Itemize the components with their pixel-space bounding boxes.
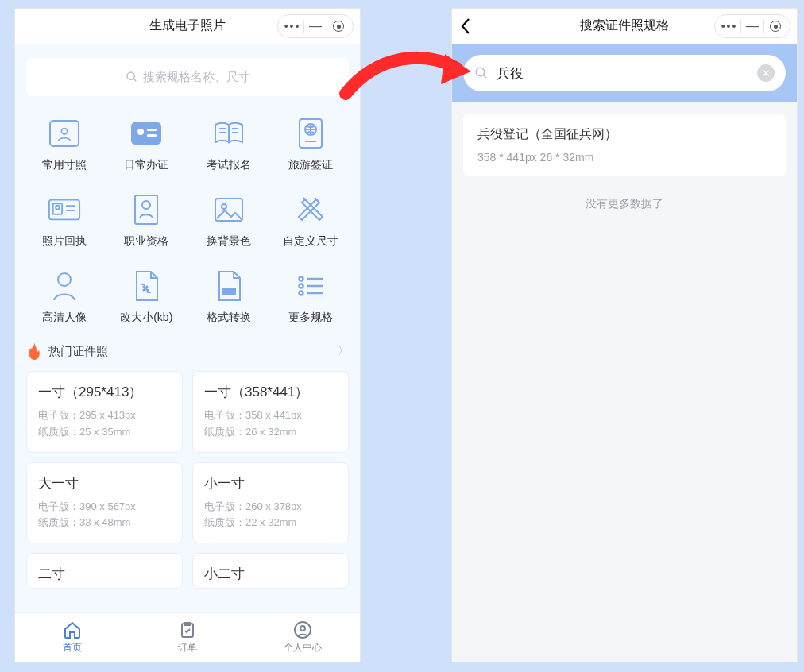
category-hd-portrait[interactable]: 高清人像	[26, 269, 102, 325]
portrait-icon	[48, 269, 81, 303]
home-icon	[63, 620, 82, 639]
nav-label: 订单	[178, 641, 197, 655]
category-common-sizes[interactable]: 常用寸照	[26, 117, 102, 172]
search-input[interactable]: 兵役 ✕	[463, 55, 786, 91]
passport-icon	[294, 117, 327, 150]
category-visa[interactable]: 旅游签证	[273, 117, 350, 172]
category-grid: 常用寸照 日常办证 考试报名 旅游签证	[26, 117, 349, 325]
search-input[interactable]: 搜索规格名称、尺寸	[26, 58, 349, 96]
svg-rect-6	[147, 134, 157, 137]
card-title: 小二寸	[204, 565, 337, 583]
card-line: 纸质版：22 x 32mm	[204, 515, 337, 531]
page-title: 生成电子照片	[149, 17, 226, 34]
category-label: 日常办证	[124, 158, 168, 172]
category-label: 旅游签证	[288, 158, 333, 172]
chevron-right-icon: 〉	[338, 344, 349, 358]
image-icon	[212, 193, 245, 226]
category-exam[interactable]: 考试报名	[191, 117, 267, 172]
close-target-button[interactable]	[764, 15, 787, 37]
spec-card[interactable]: 小一寸 电子版：260 x 378px 纸质版：22 x 32mm	[192, 462, 349, 544]
photo-card-icon	[48, 193, 81, 226]
category-profession[interactable]: 职业资格	[109, 193, 185, 249]
spec-card[interactable]: 一寸（295*413） 电子版：295 x 413px 纸质版：25 x 35m…	[26, 371, 183, 453]
category-label: 考试报名	[207, 158, 251, 172]
card-line: 纸质版：33 x 48mm	[38, 515, 171, 531]
category-format-convert[interactable]: JPG 格式转换	[191, 269, 267, 325]
search-placeholder: 搜索规格名称、尺寸	[143, 70, 250, 85]
search-icon	[474, 66, 489, 80]
nav-label: 个人中心	[284, 641, 322, 655]
app-window-search: 搜索证件照规格 ••• — 兵役 ✕ 兵役登记（全国征兵网） 358 * 441…	[451, 8, 798, 662]
category-custom-size[interactable]: 自定义尺寸	[273, 193, 350, 249]
svg-rect-3	[131, 122, 161, 145]
svg-point-25	[58, 273, 71, 286]
spec-card[interactable]: 二寸	[26, 553, 183, 589]
compress-icon	[129, 269, 163, 303]
book-icon	[212, 117, 245, 150]
category-label: 格式转换	[207, 311, 251, 325]
titlebar: 生成电子照片 ••• —	[15, 9, 360, 44]
back-button[interactable]	[460, 9, 471, 44]
svg-point-0	[127, 72, 134, 79]
search-results: 兵役登记（全国征兵网） 358 * 441px 26 * 32mm 没有更多数据…	[452, 102, 797, 662]
svg-point-28	[300, 277, 303, 281]
jpg-file-icon: JPG	[212, 269, 245, 303]
target-icon	[770, 21, 781, 32]
spec-cards: 一寸（295*413） 电子版：295 x 413px 纸质版：25 x 35m…	[26, 371, 349, 589]
clear-button[interactable]: ✕	[757, 64, 775, 82]
category-background[interactable]: 换背景色	[191, 193, 267, 249]
svg-point-32	[300, 292, 303, 295]
card-line: 电子版：295 x 413px	[38, 407, 171, 424]
more-icon[interactable]: •••	[281, 15, 303, 37]
hot-section-header[interactable]: 热门证件照 〉	[26, 342, 349, 360]
ruler-pencil-icon	[294, 193, 327, 226]
card-line: 电子版：390 x 567px	[38, 499, 171, 516]
window-controls: ••• —	[277, 14, 354, 38]
svg-point-2	[61, 129, 67, 134]
person-frame-icon	[48, 117, 81, 150]
more-icon[interactable]: •••	[718, 15, 740, 37]
spec-card[interactable]: 小二寸	[192, 553, 349, 589]
category-label: 换背景色	[207, 234, 251, 249]
minimize-button[interactable]: —	[304, 15, 327, 37]
nav-orders[interactable]: 订单	[130, 613, 245, 662]
card-line: 电子版：260 x 378px	[204, 499, 337, 516]
card-title: 二寸	[38, 565, 171, 583]
card-line: 电子版：358 x 441px	[204, 407, 337, 424]
category-label: 高清人像	[42, 311, 87, 325]
svg-point-4	[137, 129, 144, 135]
category-receipt[interactable]: 照片回执	[26, 193, 102, 249]
card-title: 一寸（295*413）	[38, 383, 171, 401]
card-title: 小一寸	[204, 474, 337, 492]
svg-point-30	[300, 284, 303, 288]
nav-home[interactable]: 首页	[15, 613, 130, 662]
profile-doc-icon	[129, 193, 163, 226]
category-label: 常用寸照	[42, 158, 87, 172]
search-value: 兵役	[497, 64, 749, 83]
card-line: 纸质版：26 x 32mm	[204, 424, 337, 441]
titlebar: 搜索证件照规格 ••• —	[452, 9, 797, 44]
minimize-button[interactable]: —	[741, 15, 763, 37]
spec-card[interactable]: 一寸（358*441） 电子版：358 x 441px 纸质版：26 x 32m…	[192, 371, 349, 453]
spec-card[interactable]: 大一寸 电子版：390 x 567px 纸质版：33 x 48mm	[26, 462, 183, 544]
result-title: 兵役登记（全国征兵网）	[477, 126, 771, 143]
category-label: 照片回执	[42, 234, 87, 249]
category-label: 更多规格	[288, 311, 333, 325]
category-more-specs[interactable]: 更多规格	[273, 269, 350, 325]
clipboard-icon	[178, 620, 197, 639]
no-more-text: 没有更多数据了	[463, 197, 786, 211]
category-label: 职业资格	[124, 234, 168, 249]
card-title: 大一寸	[38, 474, 171, 492]
category-resize-kb[interactable]: 改大小(kb)	[109, 269, 185, 325]
close-target-button[interactable]	[327, 15, 350, 37]
bottom-nav: 首页 订单 个人中心	[15, 612, 360, 662]
result-item[interactable]: 兵役登记（全国征兵网） 358 * 441px 26 * 32mm	[463, 114, 786, 176]
section-title: 热门证件照	[48, 344, 331, 359]
svg-rect-5	[147, 129, 157, 131]
search-header: 兵役 ✕	[452, 44, 797, 102]
svg-text:JPG: JPG	[224, 289, 234, 294]
category-daily-docs[interactable]: 日常办证	[109, 117, 185, 172]
svg-point-37	[476, 68, 485, 76]
target-icon	[333, 21, 344, 32]
nav-profile[interactable]: 个人中心	[245, 613, 360, 662]
